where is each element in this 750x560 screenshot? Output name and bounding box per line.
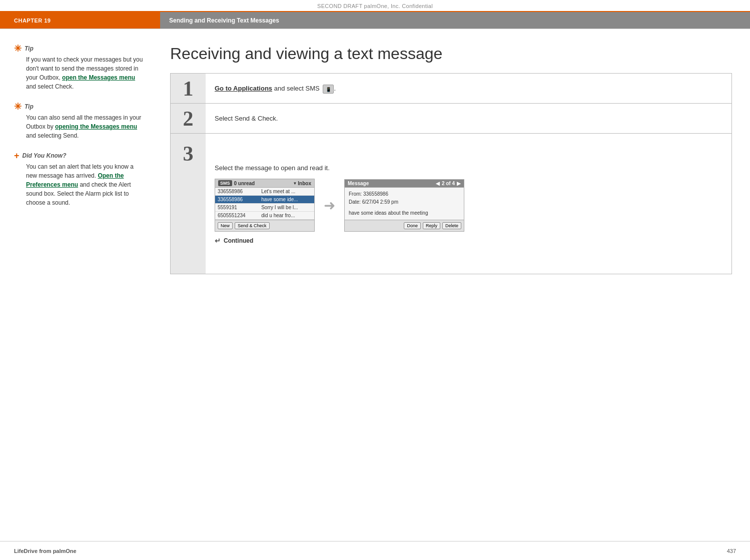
reply-button[interactable]: Reply	[423, 222, 440, 229]
arrow-right-icon: ➜	[324, 197, 335, 214]
tip1-label: Tip	[25, 45, 34, 52]
footer-product-name: LifeDrive from palmOne	[14, 548, 77, 554]
did-you-know-text: You can set an alert that lets you know …	[14, 162, 146, 207]
step-3-screenshots: SMS 0 unread ▼ Inbox	[215, 179, 722, 232]
step-1-row: 1 Go to Applications and select SMS 📱.	[171, 74, 731, 104]
tip1-text: If you want to check your messages but y…	[14, 55, 146, 91]
inbox-row-1[interactable]: 336558986Let's meet at ...	[215, 188, 314, 196]
new-button[interactable]: New	[218, 222, 233, 229]
step-2-row: 2 Select Send & Check.	[171, 104, 731, 134]
message-titlebar: Message ◀ 2 of 4 ▶	[345, 180, 464, 188]
watermark: SECOND DRAFT palmOne, Inc. Confidential	[0, 0, 750, 11]
steps-container: 1 Go to Applications and select SMS 📱. 2…	[170, 73, 732, 274]
tip1-star-icon: ✳	[14, 44, 22, 53]
step-3-number: 3	[171, 134, 206, 274]
inbox-footer: New Send & Check	[215, 220, 314, 231]
tip2-text: You can also send all the messages in yo…	[14, 113, 146, 140]
dropdown-arrow-icon: ▼	[293, 181, 297, 186]
send-check-button[interactable]: Send & Check	[235, 222, 270, 229]
done-button[interactable]: Done	[404, 222, 421, 229]
right-content: Receiving and viewing a text message 1 G…	[160, 44, 750, 539]
tip-2: ✳ Tip You can also send all the messages…	[14, 102, 146, 140]
step-3-row: 3 Select the message to open and read it…	[171, 134, 731, 274]
go-to-applications-link[interactable]: Go to Applications	[215, 85, 272, 92]
did-you-know-label: Did You Know?	[23, 152, 67, 159]
step-2-content: Select Send & Check.	[206, 104, 731, 133]
chapter-title: Sending and Receiving Text Messages	[160, 12, 750, 29]
tip-1: ✳ Tip If you want to check your messages…	[14, 44, 146, 91]
tip1-link[interactable]: open the Messages menu	[62, 74, 135, 81]
delete-button[interactable]: Delete	[442, 222, 461, 229]
inbox-row-2-selected[interactable]: 336558986have some ide...	[215, 196, 314, 204]
next-arrow-icon[interactable]: ▶	[457, 181, 461, 186]
page-footer: LifeDrive from palmOne 437	[0, 541, 750, 560]
sms-badge: SMS	[218, 180, 232, 186]
message-nav: ◀ 2 of 4 ▶	[436, 181, 461, 186]
inbox-screenshot: SMS 0 unread ▼ Inbox	[215, 179, 315, 232]
sidebar: ✳ Tip If you want to check your messages…	[0, 44, 160, 539]
step-3-text: Select the message to open and read it.	[215, 163, 722, 173]
tip2-link[interactable]: opening the Messages menu	[55, 123, 137, 130]
inbox-row-3[interactable]: 5559191Sorry I will be l...	[215, 204, 314, 212]
message-body: From: 336558986 Date: 6/27/04 2:59 pm ha…	[345, 188, 464, 220]
continued: ↵ Continued	[215, 237, 722, 245]
chapter-label: CHAPTER 19	[0, 12, 160, 29]
sms-app-icon: 📱	[323, 85, 334, 94]
step-1-number: 1	[171, 74, 206, 103]
step-2-text: Select Send & Check.	[215, 114, 722, 124]
inbox-row-4[interactable]: 6505551234did u hear fro...	[215, 212, 314, 220]
footer-page-number: 437	[727, 548, 736, 554]
tip2-label: Tip	[25, 103, 34, 110]
inbox-table: 336558986Let's meet at ... 336558986have…	[215, 188, 314, 220]
continued-arrow-icon: ↵	[215, 237, 221, 245]
step-2-number: 2	[171, 104, 206, 133]
header-bar: CHAPTER 19 Sending and Receiving Text Me…	[0, 11, 750, 29]
inbox-titlebar: SMS 0 unread ▼ Inbox	[215, 179, 314, 188]
inbox-dropdown[interactable]: ▼ Inbox	[293, 181, 311, 186]
did-you-know-plus-icon: +	[14, 151, 20, 160]
tip2-star-icon: ✳	[14, 102, 22, 111]
message-footer: Done Reply Delete	[345, 220, 464, 231]
step-1-text: Go to Applications and select SMS 📱.	[215, 84, 722, 94]
page-title: Receiving and viewing a text message	[170, 44, 732, 63]
step-1-content: Go to Applications and select SMS 📱.	[206, 74, 731, 103]
message-screenshot: Message ◀ 2 of 4 ▶ From: 336558986 Date:…	[344, 179, 464, 232]
did-you-know: + Did You Know? You can set an alert tha…	[14, 151, 146, 207]
prev-arrow-icon[interactable]: ◀	[436, 181, 440, 186]
step-3-content: Select the message to open and read it. …	[206, 134, 731, 274]
